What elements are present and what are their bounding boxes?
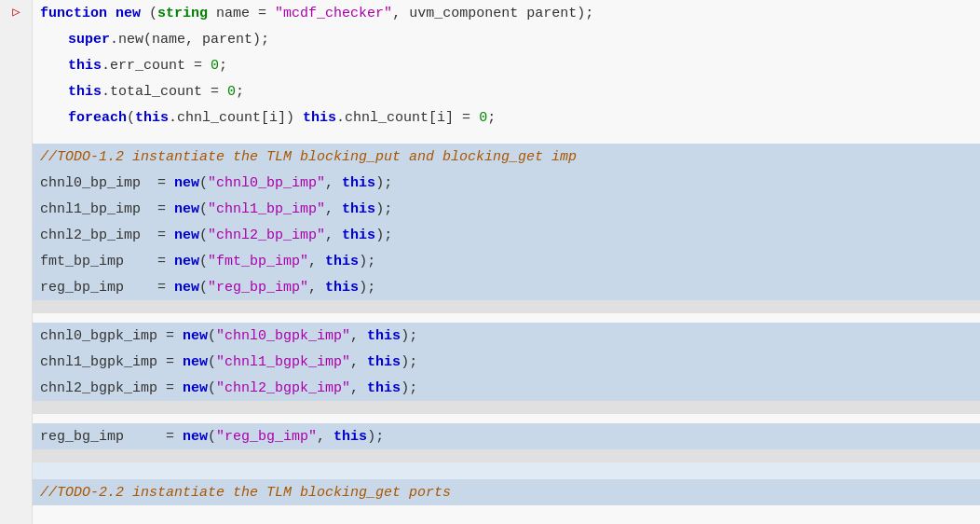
- code-text: .total_count =: [102, 84, 227, 100]
- code-text-2: name =: [208, 6, 275, 21]
- keyword-foreach: foreach: [68, 110, 127, 126]
- code-text-2: (: [199, 201, 208, 217]
- keyword-this-4: this: [303, 110, 336, 126]
- code-text: chnl2_bgpk_imp =: [40, 380, 183, 396]
- code-line-5: foreach(this.chnl_count[i]) this.chnl_co…: [33, 104, 980, 131]
- string-val-1: "chnl0_bp_imp": [208, 175, 325, 191]
- code-text-4: );: [359, 280, 375, 296]
- keyword-this-12: this: [367, 380, 401, 396]
- keyword-super: super: [68, 32, 110, 48]
- code-text-2: ;: [219, 58, 227, 74]
- code-text-2: (: [199, 254, 208, 269]
- code-text: .new(name, parent);: [110, 32, 269, 48]
- keyword-this-11: this: [367, 354, 401, 370]
- code-text: chnl1_bp_imp =: [40, 201, 174, 217]
- code-text: (: [127, 110, 135, 126]
- string-val-2: "chnl1_bp_imp": [208, 201, 325, 217]
- code-text-3: .chnl_count[i] =: [336, 110, 479, 126]
- code-text-2: (: [199, 228, 208, 243]
- separator-4: [33, 449, 980, 462]
- keyword-new-7: new: [183, 328, 208, 344]
- keyword-new-5: new: [174, 254, 199, 269]
- keyword-new-3: new: [174, 201, 199, 217]
- code-text-3: ,: [325, 175, 342, 191]
- code-text: reg_bp_imp =: [40, 280, 174, 296]
- code-text-4: );: [375, 228, 392, 243]
- string-val-3: "chnl2_bp_imp": [208, 228, 325, 243]
- string-val-8: "chnl2_bgpk_imp": [216, 380, 350, 396]
- keyword-this-10: this: [367, 328, 401, 344]
- code-line-16: //TODO-2.2 instantiate the TLM blocking_…: [33, 479, 980, 505]
- code-text: reg_bg_imp =: [40, 429, 183, 445]
- code-text-3: ,: [308, 254, 325, 269]
- code-text-3: ,: [350, 328, 367, 344]
- code-line-11: reg_bp_imp = new("reg_bp_imp", this);: [33, 274, 980, 300]
- code-line-15: reg_bg_imp = new("reg_bg_imp", this);: [33, 423, 980, 449]
- code-line-1: function new (string name = "mcdf_checke…: [33, 0, 980, 26]
- code-text-2: (: [199, 175, 208, 191]
- code-text-4: );: [359, 254, 375, 269]
- code-line-7: chnl0_bp_imp = new("chnl0_bp_imp", this)…: [33, 170, 980, 196]
- code-text: chnl0_bp_imp =: [40, 175, 174, 191]
- num-0-1: 0: [211, 58, 219, 74]
- keyword-new-9: new: [183, 380, 208, 396]
- string-val: "mcdf_checker": [275, 6, 392, 21]
- code-text: fmt_bp_imp =: [40, 254, 174, 269]
- keyword-new: new: [116, 6, 141, 21]
- code-text-3: ,: [308, 280, 325, 296]
- keyword-this-8: this: [325, 254, 359, 269]
- code-text: chnl2_bp_imp =: [40, 228, 174, 243]
- num-0-2: 0: [227, 84, 236, 100]
- code-line-14: chnl2_bgpk_imp = new("chnl2_bgpk_imp", t…: [33, 375, 980, 401]
- code-text: chnl1_bgpk_imp =: [40, 354, 183, 370]
- keyword-string: string: [157, 6, 208, 21]
- gutter-marker-1: ▷: [0, 4, 33, 20]
- code-text-3: ,: [317, 429, 333, 445]
- code-editor: ▷ function new (string name = "mcdf_chec…: [0, 0, 980, 524]
- code-line-9: chnl2_bp_imp = new("chnl2_bp_imp", this)…: [33, 222, 980, 248]
- keyword-this-7: this: [342, 228, 375, 243]
- keyword-this-9: this: [325, 280, 359, 296]
- code-text-3: , uvm_component parent);: [392, 6, 593, 21]
- code-text-3: ,: [350, 354, 367, 370]
- code-text-2: (: [208, 328, 216, 344]
- code-text-3: ,: [350, 380, 367, 396]
- code-line-8: chnl1_bp_imp = new("chnl1_bp_imp", this)…: [33, 196, 980, 222]
- code-text-4: );: [401, 328, 417, 344]
- code-text-2: ;: [236, 84, 244, 100]
- separator-3: [33, 401, 980, 414]
- separator-1: [33, 131, 980, 144]
- separator-blank-2: [33, 414, 980, 423]
- keyword-this-2: this: [68, 84, 102, 100]
- keyword-this-1: this: [68, 58, 102, 74]
- code-line-6: //TODO-1.2 instantiate the TLM blocking_…: [33, 144, 980, 170]
- code-area: function new (string name = "mcdf_checke…: [33, 0, 980, 524]
- separator-blank-1: [33, 313, 980, 323]
- keyword-new-2: new: [174, 175, 199, 191]
- semicolon: ;: [487, 110, 496, 126]
- keyword-function: function: [40, 6, 107, 21]
- code-text-2: (: [208, 380, 216, 396]
- code-text-4: );: [375, 175, 392, 191]
- code-line-3: this.err_count = 0;: [33, 52, 980, 78]
- separator-2: [33, 300, 980, 313]
- code-text: .err_count =: [102, 58, 211, 74]
- code-text-4: );: [367, 429, 384, 445]
- code-line-2: super.new(name, parent);: [33, 26, 980, 52]
- code-text-2: (: [208, 429, 216, 445]
- code-text-3: ,: [325, 228, 342, 243]
- string-val-7: "chnl1_bgpk_imp": [216, 354, 350, 370]
- string-val-4: "fmt_bp_imp": [208, 254, 308, 269]
- code-text-2: (: [208, 354, 216, 370]
- code-text-4: );: [401, 354, 417, 370]
- keyword-this-5: this: [342, 175, 375, 191]
- code-text: chnl0_bgpk_imp =: [40, 328, 183, 344]
- keyword-new-4: new: [174, 228, 199, 243]
- comment-todo-2: //TODO-2.2 instantiate the TLM blocking_…: [40, 485, 451, 501]
- num-0-3: 0: [479, 110, 487, 126]
- keyword-this-13: this: [333, 429, 367, 445]
- string-val-5: "reg_bp_imp": [208, 280, 308, 296]
- code-line-12: chnl0_bgpk_imp = new("chnl0_bgpk_imp", t…: [33, 323, 980, 349]
- gutter: ▷: [0, 0, 33, 524]
- keyword-new-8: new: [183, 354, 208, 370]
